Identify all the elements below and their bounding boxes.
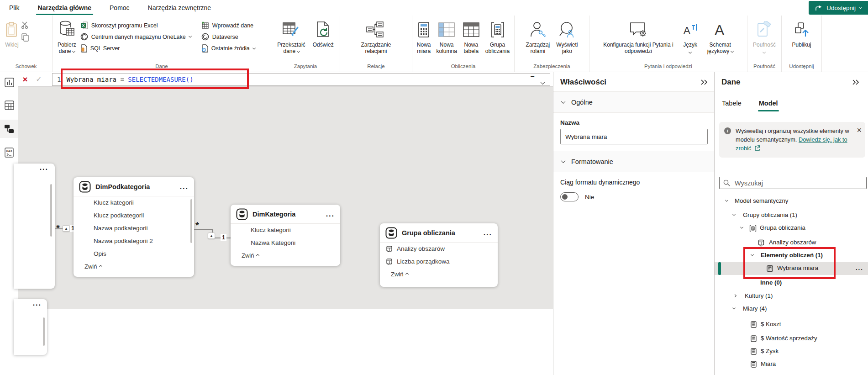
tree-item-cultures[interactable]: Kultury (1)	[715, 290, 868, 303]
table-field[interactable]: Klucz podkategorii	[74, 209, 194, 222]
tree-item-semantic-model[interactable]: Model semantyczny	[715, 195, 868, 208]
table-field[interactable]: Analizy obszarów	[380, 243, 498, 255]
calculation-group-button[interactable]: Grupa obliczania	[483, 18, 512, 56]
expand-formula-bar-icon[interactable]	[541, 80, 545, 85]
cut-icon[interactable]	[21, 21, 29, 29]
tree-item-other[interactable]: Inne (0)	[715, 277, 868, 290]
table-field[interactable]: Nazwa podkategorii	[74, 222, 194, 235]
tree-item-calculation-groups[interactable]: Grupy obliczania (1)	[715, 209, 868, 222]
dynamic-format-toggle[interactable]	[560, 192, 579, 201]
chevron-right-icon[interactable]	[733, 294, 736, 297]
formula-input[interactable]: 1 Wybrana miara = SELECTEDMEASURE() —	[52, 73, 550, 86]
collapse-table-button[interactable]: Zwiń	[380, 268, 498, 280]
card-scrollbar[interactable]	[43, 317, 45, 346]
sensitivity-button[interactable]: Poufność	[751, 18, 778, 57]
cancel-formula-icon[interactable]	[18, 74, 32, 85]
properties-section-formatting[interactable]: Formatowanie	[553, 151, 715, 172]
table-card-partial-top[interactable]: ...	[14, 164, 55, 289]
tree-item-measure-wartosc[interactable]: $ Wartość sprzedaży	[715, 333, 868, 345]
card-scrollbar[interactable]	[50, 184, 52, 237]
chevron-down-icon[interactable]	[725, 199, 728, 202]
chevron-down-icon[interactable]	[732, 306, 736, 310]
linguistic-schema-button[interactable]: A Schemat językowy	[705, 18, 736, 56]
onelake-hub-button[interactable]: Centrum danych magazynu OneLake	[80, 33, 191, 41]
enter-data-button[interactable]: Wprowadź dane	[201, 21, 255, 29]
commit-formula-icon[interactable]	[32, 75, 46, 84]
collapse-panel-icon[interactable]	[852, 79, 860, 85]
excel-workbook-button[interactable]: X Skoroszyt programu Excel	[80, 21, 191, 29]
card-scrollbar[interactable]	[190, 199, 192, 243]
tab-home[interactable]: Narzędzia główne	[29, 0, 100, 16]
table-field[interactable]: Opis	[74, 248, 194, 260]
table-card-menu[interactable]: ...	[326, 212, 335, 217]
manage-roles-button[interactable]: Zarządzaj rolami	[524, 18, 552, 56]
report-view-icon[interactable]	[0, 73, 18, 91]
chevron-down-icon[interactable]	[732, 213, 736, 216]
transform-data-button[interactable]: Przekształć dane	[275, 18, 307, 56]
formula-bar-resize-handle[interactable]: —	[531, 73, 534, 79]
chevron-down-icon[interactable]	[740, 226, 743, 229]
qna-setup-label-2: odpowiedzi	[625, 48, 652, 54]
tree-item-calculation-group[interactable]: Grupa obliczania	[715, 222, 868, 235]
table-card-menu[interactable]: ...	[40, 165, 48, 170]
model-diagram-canvas[interactable]: ... ... * 1 DimPodkategoria ... Klucz ka…	[18, 87, 553, 309]
view-as-button[interactable]: Wyświetl jako	[554, 18, 580, 56]
new-table-button[interactable]: Nowa tabela	[460, 18, 482, 56]
tree-item-wybrana-miara[interactable]: Wybrana miara ...	[715, 262, 868, 275]
table-field[interactable]: Klucz kategorii	[74, 196, 194, 209]
name-field[interactable]	[560, 129, 708, 144]
recent-sources-button[interactable]: Ostatnie źródła	[201, 44, 255, 53]
cardinality-many: *	[56, 225, 60, 231]
tree-item-measure-miara[interactable]: Miara	[715, 358, 868, 371]
close-icon[interactable]	[857, 126, 862, 136]
tab-model[interactable]: Model	[758, 97, 779, 110]
table-card-grupa-obliczania[interactable]: Grupa obliczania ... Analizy obszarów Li…	[380, 223, 498, 287]
table-field[interactable]: Nazwa Kategorii	[231, 237, 340, 249]
tab-file[interactable]: Plik	[0, 0, 29, 16]
collapse-table-button[interactable]: Zwiń	[231, 249, 340, 261]
refresh-button[interactable]: Odśwież	[310, 18, 336, 49]
section-label-relations: Relacje	[340, 63, 412, 72]
table-card-menu[interactable]: ...	[484, 231, 492, 235]
qna-setup-button[interactable]: Konfiguracja funkcji Pytania i odpowiedz…	[601, 18, 675, 56]
table-card-dimpodkategoria[interactable]: DimPodkategoria ... Klucz kategorii Kluc…	[74, 177, 194, 277]
tree-item-measure-koszt[interactable]: $ Koszt	[715, 318, 868, 331]
paste-button[interactable]: Wklej	[3, 18, 21, 49]
item-menu[interactable]: ...	[856, 266, 863, 270]
table-card-menu[interactable]: ...	[33, 301, 42, 306]
sql-server-button[interactable]: SQL Server	[80, 44, 191, 53]
table-view-icon[interactable]	[0, 96, 18, 114]
new-measure-button[interactable]: Nowa miara	[415, 18, 433, 56]
model-view-icon[interactable]	[0, 120, 18, 138]
excel-icon: X	[80, 21, 88, 29]
svg-text:A: A	[684, 25, 690, 36]
collapse-panel-icon[interactable]	[700, 79, 708, 85]
publish-button[interactable]: Publikuj	[789, 18, 813, 49]
share-button[interactable]: Udostępnij	[809, 1, 868, 15]
table-field[interactable]: Nazwa podkategorii 2	[74, 235, 194, 248]
tree-item-analizy-obszarow[interactable]: Analizy obszarów	[715, 237, 868, 249]
manage-relationships-button[interactable]: Zarządzanie relacjami	[358, 18, 393, 56]
table-field[interactable]: Klucz kategorii	[231, 224, 340, 237]
search-input[interactable]	[734, 179, 863, 187]
table-card-partial-bottom[interactable]: ...	[14, 299, 47, 355]
tab-external-tools[interactable]: Narzędzia zewnętrzne	[139, 0, 221, 16]
tree-item-measure-zysk[interactable]: $ Zysk	[715, 345, 868, 358]
chevron-down-icon[interactable]	[751, 253, 754, 256]
copy-icon[interactable]	[21, 33, 29, 42]
get-data-button[interactable]: Pobierz dane	[55, 18, 79, 56]
collapse-table-button[interactable]: Zwiń	[74, 260, 194, 272]
dax-query-view-icon[interactable]: DAX	[0, 143, 18, 162]
new-column-button[interactable]: Nowa kolumna	[434, 18, 459, 56]
tab-help[interactable]: Pomoc	[100, 0, 139, 16]
properties-section-general[interactable]: Ogólne	[553, 91, 715, 113]
tree-item-measures[interactable]: Miary (4)	[715, 303, 868, 316]
dataverse-button[interactable]: Dataverse	[201, 33, 255, 41]
table-card-dimkategoria[interactable]: DimKategoria ... Klucz kategorii Nazwa K…	[231, 205, 340, 266]
table-card-menu[interactable]: ...	[180, 185, 189, 189]
tab-tables[interactable]: Tabele	[721, 97, 742, 110]
language-button[interactable]: A Język	[680, 18, 700, 57]
tree-item-calculation-items[interactable]: Elementy obliczeń (1)	[715, 249, 868, 262]
table-field[interactable]: Liczba porządkowa	[380, 255, 498, 268]
search-box[interactable]	[719, 177, 867, 189]
